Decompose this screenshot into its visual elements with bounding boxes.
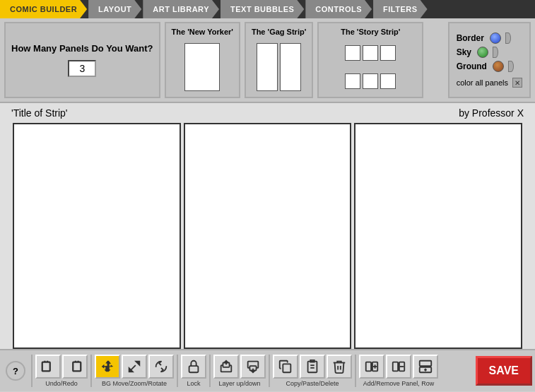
svg-rect-18 bbox=[393, 362, 398, 372]
nav-art-library[interactable]: ART LIBRARY bbox=[143, 0, 219, 18]
layout-gag-strip-label: The 'Gag Strip' bbox=[252, 28, 306, 36]
add-remove-label: Add/Remove Panel, Row bbox=[363, 380, 435, 387]
sky-color-picker[interactable] bbox=[477, 47, 488, 58]
undo-redo-buttons bbox=[35, 355, 88, 379]
svg-rect-11 bbox=[308, 362, 317, 373]
lock-icon bbox=[186, 359, 201, 374]
border-color-row: Border bbox=[457, 32, 522, 44]
sep-6 bbox=[355, 355, 356, 387]
copy-button[interactable] bbox=[273, 355, 298, 379]
sep-3 bbox=[177, 355, 178, 387]
delete-button[interactable] bbox=[327, 355, 352, 379]
layout-new-yorker[interactable]: The 'New Yorker' bbox=[165, 22, 240, 98]
story-panel-5 bbox=[363, 73, 378, 89]
sky-color-ear bbox=[493, 47, 498, 58]
new-yorker-preview bbox=[184, 40, 220, 94]
lock-button[interactable] bbox=[181, 355, 206, 379]
comic-panel-2[interactable] bbox=[184, 123, 352, 349]
lock-group: Lock bbox=[181, 353, 206, 388]
ground-color-picker[interactable] bbox=[493, 61, 504, 72]
svg-rect-14 bbox=[366, 362, 371, 372]
bg-move-button[interactable] bbox=[95, 355, 120, 379]
gag-strip-panel-2 bbox=[280, 43, 301, 91]
ground-color-label: Ground bbox=[457, 61, 487, 71]
story-panel-4 bbox=[345, 73, 360, 89]
nav-controls[interactable]: CONTROLS bbox=[305, 0, 372, 18]
svg-rect-5 bbox=[189, 366, 199, 372]
nav-filters[interactable]: FILTERS bbox=[373, 0, 428, 18]
layout-gag-strip[interactable]: The 'Gag Strip' bbox=[245, 22, 313, 98]
save-button[interactable]: SAVE bbox=[476, 356, 532, 386]
color-all-row: color all panels ✕ bbox=[457, 78, 522, 88]
main-content: 'Title of Strip' by Professor X bbox=[0, 103, 535, 349]
undo-button[interactable] bbox=[35, 355, 61, 379]
bg-move-group: BG Move/Zoom/Rotate bbox=[95, 353, 174, 388]
paste-button[interactable] bbox=[300, 355, 325, 379]
gag-strip-preview bbox=[257, 40, 301, 94]
new-yorker-panel bbox=[184, 43, 220, 91]
bg-rotate-button[interactable] bbox=[148, 355, 174, 379]
layout-story-strip[interactable]: The 'Story Strip' bbox=[317, 22, 423, 98]
add-panel-button[interactable] bbox=[359, 355, 384, 379]
help-group: ? bbox=[3, 353, 28, 388]
nav-comic-builder[interactable]: COMIC BUILDER bbox=[0, 0, 87, 18]
copy-paste-label: Copy/Paste/Delete bbox=[286, 380, 339, 387]
layer-group: Layer up/down bbox=[213, 353, 266, 388]
story-panel-6 bbox=[380, 73, 396, 89]
layer-up-icon bbox=[218, 359, 234, 374]
remove-panel-icon bbox=[391, 359, 406, 374]
save-group: SAVE bbox=[476, 353, 532, 388]
move-icon bbox=[100, 359, 115, 374]
lock-label: Lock bbox=[187, 380, 200, 387]
color-all-x-btn[interactable]: ✕ bbox=[512, 78, 522, 88]
panel-count-input[interactable] bbox=[68, 60, 96, 77]
svg-rect-1 bbox=[73, 362, 81, 372]
story-panel-2 bbox=[363, 45, 378, 61]
nav-layout[interactable]: LAYOUT bbox=[88, 0, 141, 18]
ground-color-ear bbox=[508, 61, 514, 72]
sep-5 bbox=[269, 355, 270, 387]
comic-panel-1[interactable] bbox=[13, 123, 181, 349]
undo-redo-group: Undo/Redo bbox=[35, 353, 88, 388]
copy-icon bbox=[278, 359, 293, 374]
toolbar-spacer bbox=[440, 353, 474, 388]
bg-zoom-button[interactable] bbox=[122, 355, 147, 379]
copy-paste-group: Copy/Paste/Delete bbox=[273, 353, 352, 388]
layer-down-button[interactable] bbox=[240, 355, 266, 379]
top-nav: COMIC BUILDER LAYOUT ART LIBRARY TEXT BU… bbox=[0, 0, 535, 18]
ground-color-row: Ground bbox=[457, 61, 522, 72]
undo-icon bbox=[40, 359, 56, 374]
story-strip-preview bbox=[345, 40, 396, 94]
layout-new-yorker-label: The 'New Yorker' bbox=[172, 28, 233, 36]
story-panel-3 bbox=[380, 45, 396, 61]
sky-color-label: Sky bbox=[457, 47, 471, 57]
panels-container bbox=[0, 123, 535, 349]
add-row-button[interactable] bbox=[413, 355, 438, 379]
delete-icon bbox=[331, 359, 347, 374]
panel-count-title: How Many Panels Do You Want? bbox=[11, 43, 153, 55]
sep-2 bbox=[90, 355, 92, 387]
help-button[interactable]: ? bbox=[6, 361, 25, 381]
bottom-toolbar: ? Undo/Redo bbox=[0, 349, 535, 391]
nav-text-bubbles[interactable]: TEXT BUBBLES bbox=[221, 0, 304, 18]
layer-down-icon bbox=[245, 359, 261, 374]
redo-icon bbox=[67, 359, 83, 374]
zoom-icon bbox=[127, 359, 142, 374]
redo-button[interactable] bbox=[62, 355, 88, 379]
remove-panel-button[interactable] bbox=[386, 355, 411, 379]
strip-title-row: 'Title of Strip' by Professor X bbox=[0, 103, 535, 123]
layer-label: Layer up/down bbox=[218, 380, 260, 387]
border-color-picker[interactable] bbox=[490, 32, 501, 44]
layout-story-strip-label: The 'Story Strip' bbox=[341, 28, 400, 36]
svg-rect-21 bbox=[420, 361, 432, 366]
panel-count-box: How Many Panels Do You Want? bbox=[4, 22, 160, 98]
sky-color-row: Sky bbox=[457, 47, 522, 58]
gag-strip-panel-1 bbox=[257, 43, 278, 91]
strip-author: by Professor X bbox=[459, 107, 524, 119]
comic-panel-3[interactable] bbox=[354, 123, 522, 349]
sep-4 bbox=[209, 355, 211, 387]
bg-move-label: BG Move/Zoom/Rotate bbox=[102, 380, 167, 387]
bg-move-buttons bbox=[95, 355, 174, 379]
add-remove-group: Add/Remove Panel, Row bbox=[359, 353, 438, 388]
layer-up-button[interactable] bbox=[213, 355, 239, 379]
